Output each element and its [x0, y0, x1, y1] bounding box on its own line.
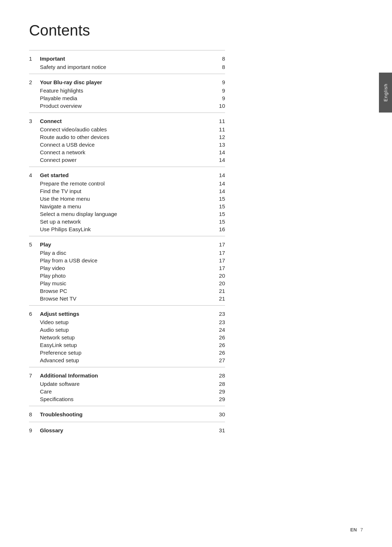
toc-sub-row: Safety and important notice8: [29, 63, 225, 71]
toc-sub-page: 8: [211, 63, 225, 71]
toc-sub-page: 28: [211, 380, 225, 388]
toc-sub-number-empty: [29, 264, 40, 272]
toc-section-page: 17: [211, 236, 225, 249]
toc-section-title: Important: [40, 50, 211, 64]
toc-sub-row: Play music20: [29, 279, 225, 287]
toc-sub-row: Specifications29: [29, 395, 225, 403]
toc-spacer-row: [29, 71, 225, 74]
toc-sub-title: Connect power: [40, 156, 211, 164]
toc-sub-row: Playable media9: [29, 94, 225, 102]
toc-sub-page: 14: [211, 148, 225, 156]
toc-sub-title: Find the TV input: [40, 187, 211, 195]
toc-sub-page: 27: [211, 356, 225, 364]
toc-section-row: 7Additional Information28: [29, 367, 225, 380]
toc-sub-page: 21: [211, 287, 225, 295]
toc-sub-number-empty: [29, 225, 40, 233]
toc-sub-page: 9: [211, 94, 225, 102]
toc-section-page: 8: [211, 50, 225, 64]
toc-sub-row: Select a menu display language15: [29, 210, 225, 218]
toc-sub-title: Specifications: [40, 395, 211, 403]
toc-sub-page: 13: [211, 141, 225, 148]
toc-section-number: 8: [29, 406, 40, 419]
toc-sub-title: Connect video/audio cables: [40, 126, 211, 133]
toc-table: 1Important8Safety and important notice82…: [29, 50, 225, 438]
toc-section-row: 6Adjust settings23: [29, 306, 225, 319]
toc-sub-page: 15: [211, 203, 225, 210]
toc-section-title: Your Blu-ray disc player: [40, 74, 211, 87]
toc-sub-title: Connect a USB device: [40, 141, 211, 148]
toc-spacer-row: [29, 364, 225, 367]
toc-sub-number-empty: [29, 156, 40, 164]
toc-section-page: 23: [211, 306, 225, 319]
toc-section-row: 1Important8: [29, 50, 225, 64]
toc-sub-number-empty: [29, 395, 40, 403]
toc-sub-page: 17: [211, 257, 225, 264]
toc-sub-page: 14: [211, 156, 225, 164]
toc-sub-number-empty: [29, 249, 40, 257]
toc-section-page: 30: [211, 406, 225, 419]
toc-sub-title: Care: [40, 388, 211, 395]
toc-sub-title: Audio setup: [40, 326, 211, 334]
toc-sub-title: Play from a USB device: [40, 257, 211, 264]
toc-spacer-row: [29, 435, 225, 438]
toc-sub-page: 26: [211, 349, 225, 356]
toc-sub-page: 29: [211, 388, 225, 395]
toc-sub-row: Use the Home menu15: [29, 195, 225, 203]
toc-sub-row: Find the TV input14: [29, 187, 225, 195]
toc-sub-number-empty: [29, 218, 40, 225]
toc-section-row: 8Troubleshooting30: [29, 406, 225, 419]
toc-sub-page: 11: [211, 126, 225, 133]
toc-sub-title: EasyLink setup: [40, 341, 211, 349]
toc-section-number: 1: [29, 50, 40, 64]
page-title: Contents: [29, 22, 363, 39]
toc-sub-title: Play a disc: [40, 249, 211, 257]
toc-sub-title: Playable media: [40, 94, 211, 102]
toc-sub-row: Play a disc17: [29, 249, 225, 257]
toc-sub-page: 16: [211, 225, 225, 233]
toc-section-title: Troubleshooting: [40, 406, 211, 419]
toc-sub-title: Safety and important notice: [40, 63, 211, 71]
toc-sub-row: Connect video/audio cables11: [29, 126, 225, 133]
toc-section-row: 2Your Blu-ray disc player9: [29, 74, 225, 87]
toc-section-page: 28: [211, 367, 225, 380]
toc-sub-number-empty: [29, 141, 40, 148]
toc-sub-row: Audio setup24: [29, 326, 225, 334]
toc-sub-number-empty: [29, 195, 40, 203]
toc-sub-page: 10: [211, 102, 225, 110]
toc-sub-row: EasyLink setup26: [29, 341, 225, 349]
toc-sub-number-empty: [29, 279, 40, 287]
toc-sub-title: Browse Net TV: [40, 295, 211, 302]
toc-sub-title: Update software: [40, 380, 211, 388]
toc-sub-number-empty: [29, 287, 40, 295]
toc-sub-row: Navigate a menu15: [29, 203, 225, 210]
toc-section-page: 11: [211, 113, 225, 126]
toc-sub-row: Connect a network14: [29, 148, 225, 156]
toc-sub-number-empty: [29, 295, 40, 302]
toc-sub-row: Preference setup26: [29, 349, 225, 356]
toc-section-title: Adjust settings: [40, 306, 211, 319]
toc-sub-row: Video setup23: [29, 318, 225, 326]
toc-sub-row: Network setup26: [29, 334, 225, 341]
toc-sub-number-empty: [29, 148, 40, 156]
toc-sub-number-empty: [29, 180, 40, 187]
toc-sub-title: Feature highlights: [40, 87, 211, 94]
toc-sub-page: 12: [211, 133, 225, 141]
toc-sub-row: Feature highlights9: [29, 87, 225, 94]
toc-section-number: 2: [29, 74, 40, 87]
toc-section-number: 7: [29, 367, 40, 380]
toc-sub-number-empty: [29, 349, 40, 356]
toc-sub-title: Play photo: [40, 272, 211, 279]
toc-sub-row: Care29: [29, 388, 225, 395]
toc-section-page: 9: [211, 74, 225, 87]
toc-spacer-row: [29, 110, 225, 113]
toc-section-number: 3: [29, 113, 40, 126]
toc-spacer-row: [29, 233, 225, 236]
toc-sub-page: 26: [211, 334, 225, 341]
toc-sub-row: Product overview10: [29, 102, 225, 110]
toc-spacer-row: [29, 403, 225, 406]
toc-sub-page: 20: [211, 279, 225, 287]
toc-sub-row: Update software28: [29, 380, 225, 388]
toc-sub-title: Set up a network: [40, 218, 211, 225]
toc-sub-page: 17: [211, 264, 225, 272]
toc-section-page: 14: [211, 167, 225, 180]
